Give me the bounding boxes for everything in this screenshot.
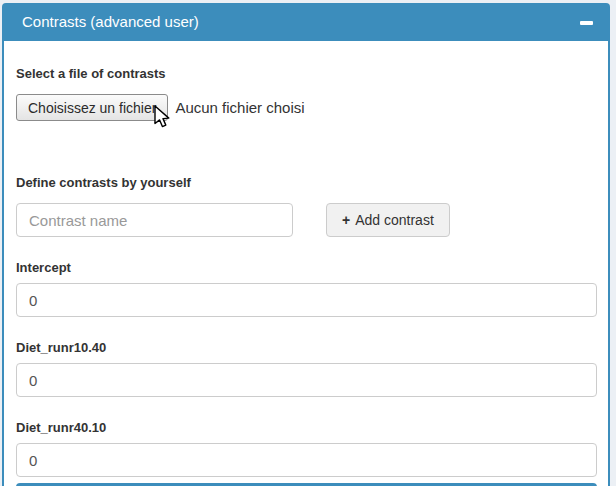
- coefficient-label-diet-runr40-10: Diet_runr40.10: [16, 420, 597, 436]
- file-status-text: Aucun fichier choisi: [175, 99, 304, 116]
- coefficient-input-diet-runr40-10[interactable]: [16, 443, 597, 477]
- panel-title: Contrasts (advanced user): [22, 13, 199, 30]
- panel-header[interactable]: Contrasts (advanced user): [2, 3, 610, 41]
- collapse-minus-icon[interactable]: [580, 21, 593, 25]
- coefficient-label-diet-runr10-40: Diet_runr10.40: [16, 340, 597, 356]
- contrast-name-input[interactable]: [16, 203, 293, 237]
- add-contrast-button-label: Add contrast: [355, 212, 434, 228]
- coefficient-label-intercept: Intercept: [16, 260, 597, 276]
- coefficient-input-diet-runr10-40[interactable]: [16, 363, 597, 397]
- define-contrasts-label: Define contrasts by yourself: [16, 175, 597, 191]
- contrasts-panel: Contrasts (advanced user) Select a file …: [2, 3, 610, 486]
- file-upload-label: Select a file of contrasts: [16, 66, 597, 82]
- panel-body: Select a file of contrasts Choisissez un…: [2, 41, 610, 486]
- define-contrast-row: +Add contrast: [16, 203, 597, 237]
- file-input-group: Choisissez un fichier Aucun fichier choi…: [16, 94, 597, 121]
- choose-file-button[interactable]: Choisissez un fichier: [16, 94, 168, 121]
- add-contrast-button[interactable]: +Add contrast: [326, 203, 450, 237]
- coefficient-input-intercept[interactable]: [16, 283, 597, 317]
- plus-icon: +: [342, 212, 350, 228]
